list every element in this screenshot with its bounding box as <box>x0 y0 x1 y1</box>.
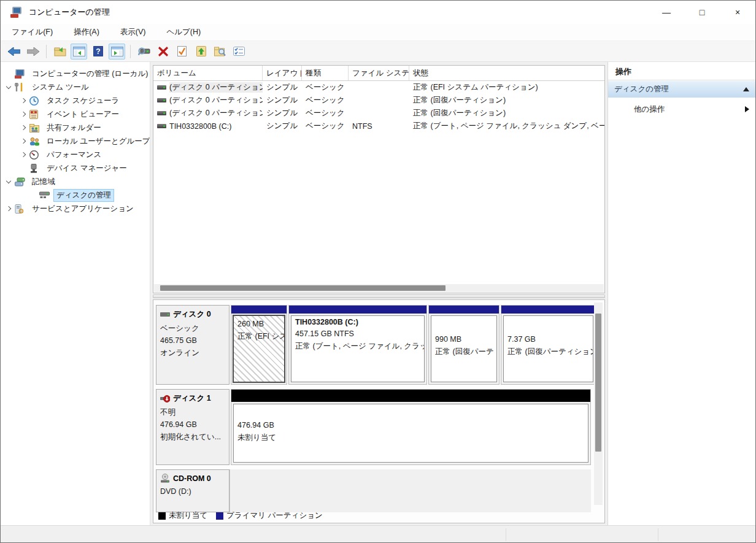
view-disk-button[interactable] <box>136 44 152 60</box>
tree-item-shared-folders[interactable]: 共有フォルダー <box>1 121 150 134</box>
menu-view[interactable]: 表示(V) <box>114 25 152 40</box>
explore-button[interactable] <box>212 44 228 60</box>
volume-row[interactable]: (ディスク 0 パーティション 1) シンプル ベーシック 正常 (EFI シス… <box>153 81 604 94</box>
menu-bar: ファイル(F) 操作(A) 表示(V) ヘルプ(H) <box>1 24 755 41</box>
view-options-button[interactable] <box>231 44 247 60</box>
console-tree-icon <box>73 47 85 56</box>
maximize-button[interactable]: □ <box>684 1 720 24</box>
svg-text:?: ? <box>96 47 100 56</box>
vertical-scrollbar[interactable] <box>594 302 603 505</box>
volume-layout: シンプル <box>263 95 302 106</box>
tree-item-system-tools[interactable]: システム ツール <box>1 80 150 94</box>
open-button[interactable] <box>193 44 209 60</box>
column-header-filesystem[interactable]: ファイル システム <box>349 66 409 80</box>
chevron-down-icon[interactable] <box>6 178 11 183</box>
volume-list-header: ボリューム レイアウト 種類 ファイル システム 状態 <box>153 66 604 81</box>
column-header-volume[interactable]: ボリューム <box>153 66 263 80</box>
horizontal-scrollbar[interactable] <box>154 284 604 292</box>
minimize-button[interactable]: — <box>649 1 684 24</box>
toolbar-separator <box>46 45 47 58</box>
export-list-button[interactable] <box>52 44 68 60</box>
partition-recovery-990mb[interactable]: 990 MB 正常 (回復パーテ <box>428 305 500 385</box>
properties-button[interactable] <box>174 44 190 60</box>
menu-file[interactable]: ファイル(F) <box>6 25 59 40</box>
disk-status: 初期化されてい... <box>160 431 225 443</box>
volume-icon <box>157 111 166 115</box>
disk-magnifier-icon <box>138 47 150 56</box>
export-folder-icon <box>54 47 66 56</box>
menu-help[interactable]: ヘルプ(H) <box>160 25 207 40</box>
column-header-status[interactable]: 状態 <box>409 66 604 80</box>
tree-item-disk-management[interactable]: ディスクの管理 <box>1 188 150 202</box>
volume-list: ボリューム レイアウト 種類 ファイル システム 状態 (ディスク 0 パーティ… <box>153 65 605 293</box>
partition-efi[interactable]: 260 MB 正常 (EFI シス <box>231 305 287 385</box>
action-pane-icon <box>111 47 123 56</box>
close-button[interactable]: × <box>720 1 755 24</box>
system-tools-icon <box>15 83 25 92</box>
show-console-tree-button[interactable] <box>71 44 87 60</box>
show-action-pane-button[interactable] <box>109 44 125 60</box>
tree-item-task-scheduler[interactable]: タスク スケジューラ <box>1 94 150 107</box>
device-manager-icon <box>29 164 40 173</box>
tree-item-label: パフォーマンス <box>44 148 104 161</box>
tree-item-storage[interactable]: 記憶域 <box>1 175 150 188</box>
help-button[interactable]: ? <box>90 44 106 60</box>
disk-name: ディスク 0 <box>173 309 211 320</box>
chevron-down-icon[interactable] <box>6 83 11 88</box>
tree-item-computer-management[interactable]: コンピューターの管理 (ローカル) <box>1 67 150 80</box>
tree-item-label: ディスクの管理 <box>53 189 114 202</box>
help-icon: ? <box>93 46 103 56</box>
legend: 未割り当て プライマリ パーティション <box>158 510 323 521</box>
tree-item-device-manager[interactable]: デバイス マネージャー <box>1 161 150 175</box>
disk-graphical-pane: ディスク 0 ベーシック 465.75 GB オンライン 260 MB 正常 (… <box>153 299 605 523</box>
pane-splitter[interactable] <box>153 295 605 298</box>
back-icon <box>8 47 20 56</box>
unallocated-space[interactable]: 476.94 GB 未割り当て <box>231 389 591 465</box>
partition-color-bar <box>289 306 426 314</box>
actions-section-disk-management[interactable]: ディスクの管理 <box>608 81 755 98</box>
app-icon <box>10 7 23 18</box>
chevron-right-icon[interactable] <box>21 98 26 103</box>
volume-type: ベーシック <box>302 108 349 118</box>
volume-row[interactable]: TIH0332800B (C:) シンプル ベーシック NTFS 正常 (ブート… <box>153 120 604 133</box>
tree-item-performance[interactable]: パフォーマンス <box>1 148 150 161</box>
chevron-right-icon[interactable] <box>21 152 26 157</box>
forward-button[interactable] <box>25 44 41 60</box>
partition-color-bar <box>231 306 287 314</box>
volume-status: 正常 (ブート, ページ ファイル, クラッシュ ダンプ, ベーシック デ <box>409 121 604 131</box>
chevron-right-icon[interactable] <box>6 206 11 211</box>
more-actions-item[interactable]: 他の操作 <box>608 101 755 117</box>
partition-recovery-7gb[interactable]: 7.37 GB 正常 (回復パーティション <box>501 305 596 385</box>
computer-icon <box>15 69 25 79</box>
horizontal-scrollbar-thumb[interactable] <box>160 285 446 291</box>
partition-size: 7.37 GB <box>507 333 589 345</box>
column-header-layout[interactable]: レイアウト <box>263 66 302 80</box>
explore-folder-icon <box>214 46 226 56</box>
chevron-right-icon[interactable] <box>21 125 26 130</box>
unallocated-size: 476.94 GB <box>237 419 584 431</box>
tree-item-services-applications[interactable]: サービスとアプリケーション <box>1 202 150 215</box>
volume-row[interactable]: (ディスク 0 パーティション 4) シンプル ベーシック 正常 (回復パーティ… <box>153 94 604 107</box>
disk1-info[interactable]: ディスク 1 不明 476.94 GB 初期化されてい... <box>156 389 230 465</box>
collapse-icon[interactable] <box>743 87 749 91</box>
partition-c-drive[interactable]: TIH0332800B (C:) 457.15 GB NTFS 正常 (ブート,… <box>288 305 427 385</box>
delete-button[interactable] <box>155 44 171 60</box>
volume-icon <box>157 98 166 102</box>
cdrom-info[interactable]: CD-ROM 0 DVD (D:) <box>156 469 230 512</box>
vertical-scrollbar-thumb[interactable] <box>595 314 601 452</box>
disk0-info[interactable]: ディスク 0 ベーシック 465.75 GB オンライン <box>156 305 230 385</box>
unallocated-swatch <box>158 512 166 520</box>
column-header-type[interactable]: 種類 <box>302 66 349 80</box>
volume-row[interactable]: (ディスク 0 パーティション 5) シンプル ベーシック 正常 (回復パーティ… <box>153 107 604 120</box>
tree-item-local-users-groups[interactable]: ローカル ユーザーとグループ <box>1 134 150 148</box>
chevron-right-icon[interactable] <box>21 112 26 117</box>
chevron-right-icon[interactable] <box>21 139 26 144</box>
delete-x-icon <box>158 47 168 56</box>
back-button[interactable] <box>6 44 22 60</box>
tree-item-event-viewer[interactable]: イベント ビューアー <box>1 107 150 121</box>
partition-color-bar <box>429 306 499 314</box>
menu-action[interactable]: 操作(A) <box>68 25 106 40</box>
partition-label: TIH0332800B (C:) <box>295 318 420 326</box>
partition-status: 正常 (EFI シス <box>237 330 280 342</box>
console-tree: コンピューターの管理 (ローカル) システム ツール タスク スケジューラ イベ… <box>1 62 150 525</box>
